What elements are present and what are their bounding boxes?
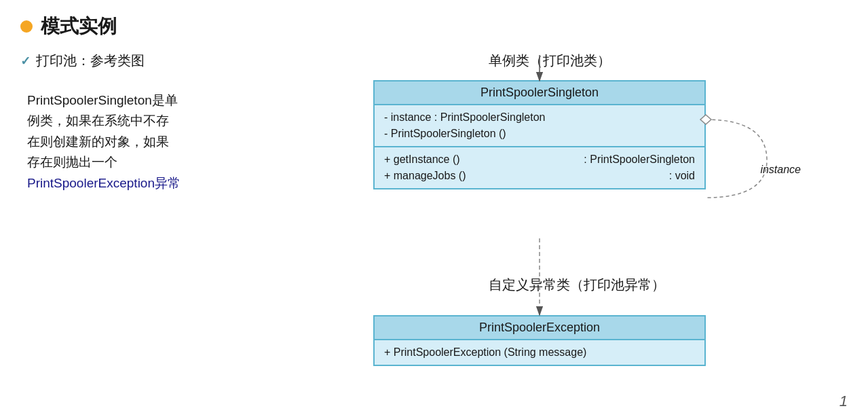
checkmark-row: ✓ 打印池：参考类图 <box>20 52 333 70</box>
desc-line1: PrintSpoolerSingleton是单 <box>27 93 178 107</box>
singleton-class-name: PrintSpoolerSingleton <box>375 81 704 105</box>
singleton-class-box: PrintSpoolerSingleton - instance : Print… <box>373 80 706 189</box>
singleton-methods: + getInstance () : PrintSpoolerSingleton… <box>375 147 704 188</box>
exception-class-name: PrintSpoolerException <box>375 316 704 340</box>
page-number: 1 <box>839 393 848 410</box>
orange-dot <box>20 20 33 33</box>
page-container: 模式实例 ✓ 打印池：参考类图 PrintSpoolerSingleton是单 … <box>0 0 868 417</box>
method-getinstance-name: + getInstance () <box>384 153 584 166</box>
content-row: ✓ 打印池：参考类图 PrintSpoolerSingleton是单 例类，如果… <box>20 52 848 417</box>
description-block: PrintSpoolerSingleton是单 例类，如果在系统中不存 在则创建… <box>20 90 265 194</box>
right-column: 单例类（打印池类） PrintSpoolerSingleton - instan… <box>333 52 848 417</box>
singleton-class-label: 单例类（打印池类） <box>489 52 611 70</box>
exception-class-box: PrintSpoolerException + PrintSpoolerExce… <box>373 315 706 366</box>
method-managejobs: + manageJobs () : void <box>384 168 695 184</box>
title-row: 模式实例 <box>20 14 848 39</box>
uml-diagram: 单例类（打印池类） PrintSpoolerSingleton - instan… <box>353 52 814 417</box>
method-getinstance: + getInstance () : PrintSpoolerSingleton <box>384 151 695 168</box>
exception-methods: + PrintSpoolerException (String message) <box>375 340 704 365</box>
method-getinstance-return: : PrintSpoolerSingleton <box>584 153 695 166</box>
method-managejobs-name: + manageJobs () <box>384 170 669 182</box>
singleton-field-2: - PrintSpoolerSingleton () <box>384 126 695 142</box>
desc-line4: 存在则抛出一个 <box>27 155 117 169</box>
method-managejobs-return: : void <box>669 170 695 182</box>
desc-line2: 例类，如果在系统中不存 <box>27 113 169 128</box>
left-column: ✓ 打印池：参考类图 PrintSpoolerSingleton是单 例类，如果… <box>20 52 333 417</box>
self-reference-arrow <box>706 120 767 198</box>
desc-line3: 在则创建新的对象，如果 <box>27 134 169 149</box>
exception-class-label: 自定义异常类（打印池异常） <box>489 276 665 294</box>
exception-method-1: + PrintSpoolerException (String message) <box>384 344 695 361</box>
desc-line5: PrintSpoolerException异常 <box>27 176 181 190</box>
page-title: 模式实例 <box>41 14 117 39</box>
checkmark-icon: ✓ <box>20 54 31 69</box>
instance-label: instance <box>760 164 801 176</box>
checkmark-text: 打印池：参考类图 <box>36 52 145 70</box>
singleton-fields: - instance : PrintSpoolerSingleton - Pri… <box>375 105 704 146</box>
singleton-field-1: - instance : PrintSpoolerSingleton <box>384 109 695 126</box>
